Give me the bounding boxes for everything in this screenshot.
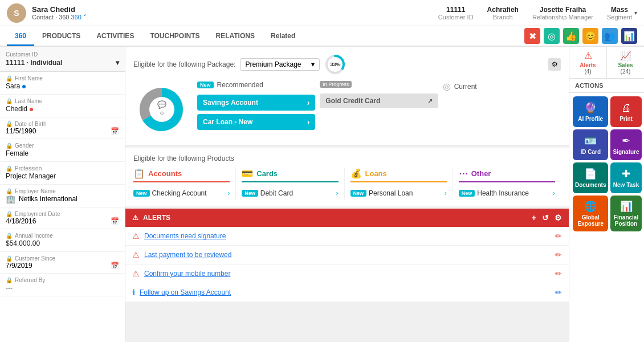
field-dob-input[interactable]: 11/5/1990 📅 bbox=[6, 127, 119, 135]
nav-action-teal[interactable]: ◎ bbox=[544, 28, 560, 44]
sales-badge-label: Sales bbox=[618, 62, 633, 68]
field-employer: 🔒 Employer Name 🏢 Netiks International bbox=[0, 185, 125, 207]
product-cards-title[interactable]: 💳 Cards bbox=[242, 168, 338, 182]
tab-products[interactable]: PRODUCTS bbox=[34, 27, 88, 46]
field-employer-value[interactable]: 🏢 Netiks International bbox=[6, 194, 119, 203]
pkg-col-current: ◎ Current bbox=[443, 81, 561, 133]
field-customer-since-value: 7/9/2019 bbox=[6, 262, 32, 270]
field-firstname-value[interactable]: Sara bbox=[6, 82, 119, 91]
field-income-value[interactable]: $54,000.00 bbox=[6, 239, 119, 248]
calendar-icon: 📅 bbox=[111, 127, 119, 135]
field-customer-since-input[interactable]: 7/9/2019 📅 bbox=[6, 262, 119, 270]
product-loans-title[interactable]: 💰 Loans bbox=[350, 168, 447, 182]
field-dob-value: 11/5/1990 bbox=[6, 127, 36, 135]
alert-item-4[interactable]: ℹ Follow up on Savings Account ✏ bbox=[125, 283, 569, 302]
alert-text-3[interactable]: Confirm your mobile number bbox=[144, 270, 230, 278]
product-accounts-title[interactable]: 📋 Accounts bbox=[133, 168, 230, 182]
alert-edit-icon-1[interactable]: ✏ bbox=[555, 231, 562, 241]
tab-360[interactable]: 360 bbox=[7, 27, 34, 46]
alert-text-4[interactable]: Follow up on Savings Account bbox=[140, 288, 231, 296]
field-employment-date-input[interactable]: 4/18/2016 📅 bbox=[6, 217, 119, 225]
nav-action-yellow[interactable]: 😊 bbox=[582, 28, 598, 44]
action-signature[interactable]: ✒ Signature bbox=[610, 129, 641, 160]
action-financial-position[interactable]: 📊 Financial Position bbox=[610, 196, 641, 231]
user-info: Sara Chedid Contact · 360 360 ˅ bbox=[32, 5, 438, 21]
action-documents[interactable]: 📄 Documents bbox=[573, 162, 608, 193]
field-dob-label: 🔒 Date of Birth bbox=[6, 121, 119, 127]
field-lastname-value[interactable]: Chedid bbox=[6, 104, 119, 113]
pkg-card-goldcredit[interactable]: Gold Credit Card ↗ bbox=[320, 93, 438, 108]
tab-activities[interactable]: ACTIVITIES bbox=[88, 27, 142, 46]
product-col-accounts: 📋 Accounts New Checking Account › bbox=[133, 168, 236, 199]
alert-item-3[interactable]: ⚠ Confirm your mobile number ✏ bbox=[125, 264, 569, 283]
lock-icon: 🔒 bbox=[6, 211, 13, 217]
action-label-idcard: ID Card bbox=[580, 149, 601, 155]
gear-button[interactable]: ⚙ bbox=[548, 58, 561, 71]
field-referred-value[interactable]: --- bbox=[6, 283, 119, 292]
nav-action-darkblue[interactable]: 📊 bbox=[621, 28, 637, 44]
tab-relations[interactable]: RELATIONS bbox=[208, 27, 263, 46]
pkg-col-recommended: New Recommended Savings Account › Car Lo… bbox=[197, 81, 315, 133]
meta-customer-id: 11111 Customer ID bbox=[438, 6, 474, 21]
alert-warn-icon: ⚠ bbox=[132, 269, 140, 278]
progress-text: 33% bbox=[330, 62, 340, 67]
action-ai-profile[interactable]: 🔮 AI Profile bbox=[573, 96, 608, 127]
action-label-financialposition: Financial Position bbox=[613, 214, 639, 227]
alerts-gear-button[interactable]: ⚙ bbox=[555, 213, 562, 222]
action-label-globalexposure: Global Exposure bbox=[575, 214, 606, 227]
alert-text-1[interactable]: Documents need signature bbox=[144, 232, 226, 240]
alert-text-2[interactable]: Last payment to be reviewed bbox=[144, 251, 231, 259]
alerts-header: ⚠ ALERTS + ↺ ⚙ bbox=[125, 209, 569, 227]
new-badge: New bbox=[133, 190, 150, 197]
nav-action-red[interactable]: ✖ bbox=[524, 28, 540, 44]
pkg-card-carloan[interactable]: Car Loan - New › bbox=[197, 114, 315, 130]
tab-touchpoints[interactable]: TOUCHPOINTS bbox=[142, 27, 207, 46]
alert-item-2[interactable]: ⚠ Last payment to be reviewed ✏ bbox=[125, 246, 569, 264]
meta-segment[interactable]: Mass Segment ▾ bbox=[607, 6, 637, 21]
product-arrow-icon: › bbox=[445, 189, 447, 197]
product-health-insurance[interactable]: New Health Insurance › bbox=[459, 187, 555, 199]
nav-tabs: 360 PRODUCTS ACTIVITIES TOUCHPOINTS RELA… bbox=[0, 26, 644, 47]
product-col-loans: 💰 Loans New Personal Loan › bbox=[345, 168, 453, 199]
alert-edit-icon-3[interactable]: ✏ bbox=[555, 269, 562, 278]
loans-icon: 💰 bbox=[350, 168, 362, 179]
alerts-badge[interactable]: ⚠ Alerts (4) bbox=[569, 47, 607, 78]
package-select-dropdown[interactable]: Premium Package ▾ bbox=[240, 58, 320, 71]
alert-edit-icon-4[interactable]: ✏ bbox=[555, 288, 562, 297]
field-gender-label: 🔒 Gender bbox=[6, 142, 119, 149]
product-checking-account[interactable]: New Checking Account › bbox=[133, 187, 230, 199]
alert-warn-icon: ⚠ bbox=[132, 231, 140, 241]
new-task-icon: ✚ bbox=[622, 168, 630, 180]
alert-item-1[interactable]: ⚠ Documents need signature ✏ bbox=[125, 227, 569, 246]
product-debit-card[interactable]: New Debit Card › bbox=[242, 187, 338, 199]
field-customer-since: 🔒 Customer Since 7/9/2019 📅 bbox=[0, 252, 125, 274]
sales-badge[interactable]: 📈 Sales (24) bbox=[607, 47, 644, 78]
alerts-section: ⚠ ALERTS + ↺ ⚙ ⚠ Documents need signatur… bbox=[125, 209, 569, 302]
tab-related[interactable]: Related bbox=[263, 27, 303, 46]
product-personal-loan[interactable]: New Personal Loan › bbox=[350, 187, 447, 199]
field-referred: 🔒 Referred By --- bbox=[0, 274, 125, 296]
alert-edit-icon-2[interactable]: ✏ bbox=[555, 250, 562, 259]
pkg-card-arrow-icon: › bbox=[307, 98, 310, 107]
progress-ring: 33% bbox=[324, 54, 346, 75]
customer-id-select[interactable]: 11111 · Individual ▾ bbox=[6, 59, 119, 67]
action-global-exposure[interactable]: 🌐 Global Exposure bbox=[573, 196, 608, 231]
user-name: Sara Chedid bbox=[32, 5, 438, 14]
pkg-card-savings[interactable]: Savings Account › bbox=[197, 95, 315, 111]
action-id-card[interactable]: 🪪 ID Card bbox=[573, 129, 608, 160]
field-employment-date-label: 🔒 Employment Date bbox=[6, 211, 119, 217]
nav-action-green[interactable]: 👍 bbox=[563, 28, 579, 44]
signature-icon: ✒ bbox=[622, 135, 630, 147]
field-profession-value[interactable]: Project Manager bbox=[6, 172, 119, 181]
recommended-badge: New bbox=[197, 82, 214, 88]
alerts-add-button[interactable]: + bbox=[532, 213, 536, 222]
action-print[interactable]: 🖨 Print bbox=[610, 96, 641, 127]
field-dob: 🔒 Date of Birth 11/5/1990 📅 bbox=[0, 117, 125, 139]
alerts-refresh-button[interactable]: ↺ bbox=[542, 213, 549, 222]
sales-badge-count: (24) bbox=[621, 68, 631, 75]
action-new-task[interactable]: ✚ New Task bbox=[610, 162, 641, 193]
field-gender: 🔒 Gender Female bbox=[0, 139, 125, 162]
product-other-title[interactable]: ⋯ Other bbox=[459, 168, 555, 182]
field-gender-value[interactable]: Female bbox=[6, 149, 119, 158]
nav-action-blue2[interactable]: 👥 bbox=[602, 28, 618, 44]
